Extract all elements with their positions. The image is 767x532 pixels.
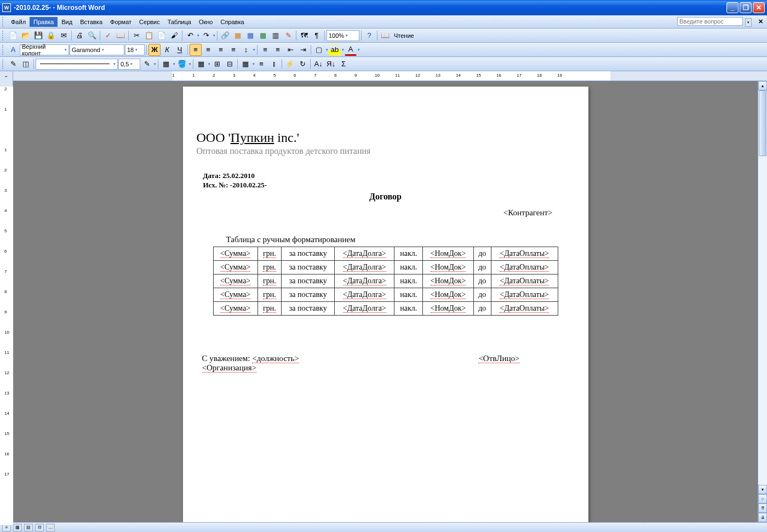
align-justify-button[interactable]: ≡ [227,44,239,56]
paste-button[interactable]: 📄 [156,30,168,42]
font-color-dropdown[interactable]: ▾ [358,48,360,52]
document-canvas[interactable]: ООО 'Пупкин inc.' Оптовая поставка проду… [13,81,758,522]
numbering-button[interactable]: ≡ [259,44,271,56]
reading-view-button[interactable]: 📖 [46,524,55,531]
table-row[interactable]: <Сумма>грн.за поставку<ДатаДолга>накл.<Н… [213,247,558,261]
table-cell[interactable]: за поставку [282,288,335,302]
menu-format[interactable]: Формат [106,17,135,27]
table-cell[interactable]: до [473,261,491,274]
table-cell[interactable]: <ДатаОплаты> [491,274,558,288]
table-row[interactable]: <Сумма>грн.за поставку<ДатаДолга>накл.<Н… [213,261,558,274]
undo-button[interactable]: ↶ [184,30,196,42]
scroll-track[interactable] [758,90,767,485]
table-cell[interactable]: грн. [257,274,282,288]
table-cell[interactable]: за поставку [282,247,335,261]
shading-dropdown[interactable]: ▾ [189,62,191,66]
border-dropdown[interactable]: ▾ [326,48,328,52]
close-button[interactable]: ✕ [753,2,765,13]
table-cell[interactable]: накл. [394,288,423,302]
distribute-cols-button[interactable]: ⫿ [268,58,280,70]
columns-button[interactable]: ▥ [270,30,282,42]
table-row[interactable]: <Сумма>грн.за поставку<ДатаДолга>накл.<Н… [213,274,558,288]
prev-page-button[interactable]: ⇈ [758,504,767,513]
table-cell[interactable]: <ДатаОплаты> [491,288,558,302]
open-button[interactable]: 📂 [20,30,32,42]
data-table[interactable]: <Сумма>грн.за поставку<ДатаДолга>накл.<Н… [213,247,558,316]
save-button[interactable]: 💾 [32,30,44,42]
line-style-selector[interactable]: ▾ [36,59,118,70]
sort-desc-button[interactable]: Я↓ [325,58,337,70]
borders-dropdown[interactable]: ▾ [173,62,175,66]
table-row[interactable]: <Сумма>грн.за поставку<ДатаДолга>накл.<Н… [213,288,558,302]
doc-close-button[interactable]: ✕ [757,18,765,25]
horizontal-ruler[interactable]: ⌐ 112345678910111213141516171819 [0,71,767,81]
table-cell[interactable]: грн. [257,247,282,261]
border-color-dropdown[interactable]: ▾ [154,62,156,66]
minimize-button[interactable]: _ [726,2,739,13]
research-button[interactable]: 📖 [115,30,127,42]
table-cell[interactable]: грн. [257,302,282,316]
table-cell[interactable]: <НомДок> [423,247,473,261]
toolbar-handle[interactable] [2,31,5,41]
insert-table-dropdown[interactable]: ▾ [208,62,210,66]
drawing-button[interactable]: ✎ [282,30,294,42]
scroll-down-button[interactable]: ▾ [758,485,767,494]
distribute-rows-button[interactable]: ≡ [255,58,267,70]
autoformat-button[interactable]: ⚡ [284,58,296,70]
print-view-button[interactable]: ▤ [24,524,33,531]
show-marks-button[interactable]: ¶ [311,30,323,42]
toolbar-handle[interactable] [2,59,5,69]
align-cell-dropdown[interactable]: ▾ [253,62,255,66]
table-cell[interactable]: накл. [394,302,423,316]
line-weight-selector[interactable]: 0,5▾ [118,59,140,70]
table-cell[interactable]: <Сумма> [213,247,257,261]
table-cell[interactable]: <ДатаОплаты> [491,247,558,261]
print-button[interactable]: 🖨 [73,30,85,42]
toolbar-handle[interactable] [2,45,5,55]
highlight-button[interactable]: ab [329,44,341,56]
align-center-button[interactable]: ≡ [202,44,214,56]
next-page-button[interactable]: ⇊ [758,513,767,522]
underline-button[interactable]: Ч [174,44,186,56]
decrease-indent-button[interactable]: ⇤ [284,44,296,56]
table-cell[interactable]: <ДатаДолга> [335,247,394,261]
table-cell[interactable]: до [473,302,491,316]
table-cell[interactable]: <Сумма> [213,261,257,274]
table-cell[interactable]: <ДатаОплаты> [491,302,558,316]
eraser-button[interactable]: ◫ [20,58,32,70]
line-spacing-button[interactable]: ↕ [240,44,252,56]
table-cell[interactable]: до [473,288,491,302]
maximize-button[interactable]: ❐ [740,2,752,13]
vertical-scrollbar[interactable]: ▴ ▾ ○ ⇈ ⇊ [758,81,767,522]
table-cell[interactable]: накл. [394,247,423,261]
shading-color-button[interactable]: 🪣 [176,58,188,70]
new-button[interactable]: 📄 [7,30,19,42]
menu-tools[interactable]: Сервис [135,17,164,27]
increase-indent-button[interactable]: ⇥ [297,44,309,56]
table-cell[interactable]: грн. [257,261,282,274]
table-cell[interactable]: до [473,247,491,261]
table-cell[interactable]: <ДатаОплаты> [491,261,558,274]
menu-handle[interactable] [2,17,5,27]
table-cell[interactable]: накл. [394,274,423,288]
font-selector[interactable]: Garamond▾ [70,44,124,55]
browse-object-button[interactable]: ○ [758,494,767,504]
spellcheck-button[interactable]: ✓ [102,30,114,42]
font-color-button[interactable]: A [345,44,357,56]
table-cell[interactable]: грн. [257,288,282,302]
table-cell[interactable]: <ДатаДолга> [335,261,394,274]
align-cell-button[interactable]: ▦ [239,58,251,70]
web-view-button[interactable]: ▦ [13,524,22,531]
menu-help[interactable]: Справка [216,17,248,27]
excel-button[interactable]: ▦ [257,30,269,42]
split-cells-button[interactable]: ⊟ [224,58,236,70]
merge-cells-button[interactable]: ⊞ [211,58,223,70]
table-cell[interactable]: <ДатаДолга> [335,274,394,288]
bold-button[interactable]: Ж [148,44,161,56]
menu-edit[interactable]: Правка [30,17,58,27]
table-cell[interactable]: <ДатаДолга> [335,302,394,316]
menu-file[interactable]: Файл [7,17,30,27]
zoom-selector[interactable]: 100%▾ [327,30,359,41]
table-cell[interactable]: <НомДок> [423,302,473,316]
ruler-corner[interactable]: ⌐ [0,71,13,81]
